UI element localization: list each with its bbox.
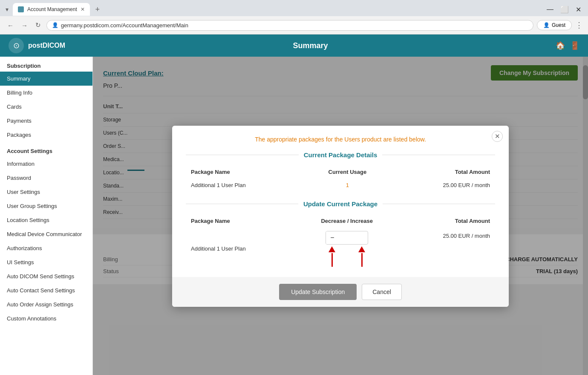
modal-body: The appropriate packages for the Users p… [172,126,509,270]
tab-back-forward: ▾ [3,6,10,13]
modal-overlay: ✕ The appropriate packages for the Users… [93,57,588,375]
sidebar-item-ui-settings[interactable]: UI Settings [0,255,92,269]
divider-left2 [186,204,298,204]
current-usage-val: 1 [304,179,392,192]
guest-label: Guest [552,22,565,28]
col-decrease-increase: Decrease / Increase [295,214,399,228]
reload-btn[interactable]: ↻ [33,20,43,30]
sidebar-item-location-settings[interactable]: Location Settings [0,213,92,227]
tab-title: Account Management [27,6,77,12]
sidebar-item-user-group-settings[interactable]: User Group Settings [0,199,92,213]
modal-close-btn[interactable]: ✕ [492,131,503,142]
tab-favicon [18,6,24,12]
main-layout: Subscription Summary Billing Info Cards … [0,57,588,375]
update-package-table: Package Name Decrease / Increase Total A… [186,214,495,270]
sidebar-item-cards[interactable]: Cards [0,100,92,114]
sidebar-item-medical-device[interactable]: Medical Device Communicator [0,227,92,241]
window-controls: — ⬜ ✕ [547,6,585,14]
tab-list-btn[interactable]: ▾ [3,6,10,13]
address-bar: ← → ↻ 👤 germany.postdicom.com/AccountMan… [0,16,588,34]
url-text: germany.postdicom.com/AccountManagement/… [61,22,528,29]
update-subscription-btn[interactable]: Update Subscription [279,284,357,300]
logo-area: ⊙ postDICOM [9,38,65,53]
app-header: ⊙ postDICOM Summary 🏠 🚪 [0,35,588,57]
decrease-btn[interactable]: − [326,231,338,244]
modal: ✕ The appropriate packages for the Users… [172,126,509,307]
browser-chrome: ▾ Account Management ✕ + — ⬜ ✕ ← → ↻ 👤 g… [0,0,588,35]
sidebar-item-billing-info[interactable]: Billing Info [0,86,92,100]
lock-icon: 👤 [52,22,58,28]
current-package-table: Package Name Current Usage Total Amount … [186,165,495,192]
sidebar-item-auto-order[interactable]: Auto Order Assign Settings [0,297,92,312]
sidebar-item-information[interactable]: Information [0,157,92,171]
col-total-amount: Total Amount [391,165,495,179]
current-package-heading: Current Package Details [304,151,378,159]
update-package-heading: Update Current Package [303,200,378,208]
divider-left [186,155,299,155]
modal-footer: Update Subscription Cancel [172,277,509,307]
sidebar-item-auto-contact[interactable]: Auto Contact Send Settings [0,283,92,297]
col-update-package-name: Package Name [186,214,295,228]
current-package-row: Additional 1 User Plan 1 25.00 EUR / mon… [186,179,495,192]
sidebar-item-password[interactable]: Password [0,171,92,185]
update-package-name: Additional 1 User Plan [186,228,295,270]
col-package-name: Package Name [186,165,304,179]
quantity-stepper[interactable]: − + [326,231,368,245]
minus-icon: − [330,234,334,241]
close-window-btn[interactable]: ✕ [576,6,581,14]
close-icon: ✕ [495,133,500,140]
forward-btn[interactable]: → [19,21,30,30]
cancel-btn[interactable]: Cancel [362,284,402,300]
app-container: ⊙ postDICOM Summary 🏠 🚪 Subscription Sum… [0,35,588,375]
sidebar: Subscription Summary Billing Info Cards … [0,57,93,375]
browser-tab[interactable]: Account Management ✕ [13,3,90,16]
update-total-amount: 25.00 EUR / month [399,228,495,270]
quantity-input[interactable] [339,233,369,243]
tab-close-btn[interactable]: ✕ [81,6,85,12]
tab-bar: ▾ Account Management ✕ + — ⬜ ✕ [0,0,588,16]
url-box[interactable]: 👤 germany.postdicom.com/AccountManagemen… [46,20,533,31]
divider-right [382,155,495,155]
logo-icon: ⊙ [9,38,24,53]
sidebar-item-user-settings[interactable]: User Settings [0,185,92,199]
back-btn[interactable]: ← [5,21,16,30]
guest-btn[interactable]: 👤 Guest [537,20,572,30]
header-icons: 🏠 🚪 [556,41,579,50]
col-current-usage: Current Usage [304,165,392,179]
account-section-title: Account Settings [0,142,92,157]
stepper-cell: − + [295,228,399,270]
right-arrow-indicator [358,246,365,267]
divider-right2 [383,204,495,204]
maximize-btn[interactable]: ⬜ [560,6,569,14]
subscription-section-title: Subscription [0,57,92,72]
logout-icon[interactable]: 🚪 [570,41,579,50]
sidebar-item-auto-dicom[interactable]: Auto DICOM Send Settings [0,269,92,283]
left-arrow-indicator [329,246,335,267]
minimize-btn[interactable]: — [547,6,553,14]
current-package-name: Additional 1 User Plan [186,179,304,192]
col-update-total-amount: Total Amount [399,214,495,228]
sidebar-item-authorizations[interactable]: Authorizations [0,241,92,255]
more-options-btn[interactable]: ⋮ [575,20,583,30]
new-tab-btn[interactable]: + [92,3,104,15]
current-package-divider: Current Package Details [186,151,495,159]
logo-text: postDICOM [28,42,65,49]
intro-highlight: Users [344,136,360,143]
modal-intro: The appropriate packages for the Users p… [186,136,495,143]
current-total-amount: 25.00 EUR / month [391,179,495,192]
content-area: Current Cloud Plan: Change My Subscripti… [93,57,588,375]
sidebar-item-packages[interactable]: Packages [0,128,92,142]
header-title: Summary [65,41,556,50]
update-package-divider: Update Current Package [186,200,495,208]
sidebar-item-payments[interactable]: Payments [0,114,92,128]
sidebar-item-custom-annotations[interactable]: Custom Annotations [0,312,92,326]
update-package-row: Additional 1 User Plan − [186,228,495,270]
sidebar-item-summary[interactable]: Summary [0,72,92,86]
notifications-icon[interactable]: 🏠 [556,41,565,50]
guest-icon: 👤 [543,22,550,28]
